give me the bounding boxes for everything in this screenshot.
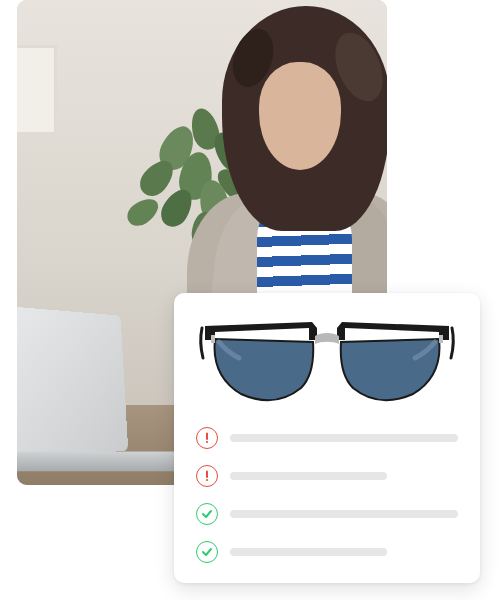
check-icon <box>196 503 218 525</box>
list-item <box>196 465 458 487</box>
svg-rect-1 <box>439 335 443 343</box>
product-review-card <box>174 293 480 583</box>
list-item <box>196 427 458 449</box>
placeholder-bar <box>230 472 387 480</box>
list-item <box>196 541 458 563</box>
placeholder-bar <box>230 510 458 518</box>
sunglasses-icon <box>197 314 457 408</box>
picture-frame <box>17 45 57 135</box>
warning-icon <box>196 427 218 449</box>
placeholder-bar <box>230 434 458 442</box>
list-item <box>196 503 458 525</box>
product-image <box>196 313 458 409</box>
laptop-screen <box>17 305 128 461</box>
placeholder-bar <box>230 548 387 556</box>
checklist <box>196 427 458 563</box>
svg-point-5 <box>206 479 208 481</box>
svg-rect-0 <box>211 335 215 343</box>
warning-icon <box>196 465 218 487</box>
check-icon <box>196 541 218 563</box>
svg-point-3 <box>206 441 208 443</box>
